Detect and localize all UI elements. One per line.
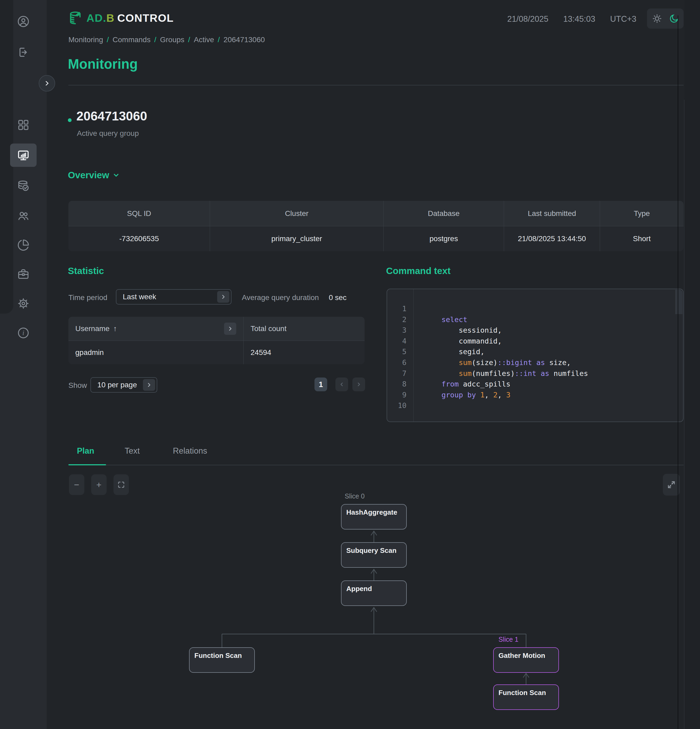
overview-label: Overview: [68, 170, 109, 180]
code-line-number: 10: [387, 400, 413, 411]
fit-view-button[interactable]: [113, 474, 129, 495]
overview-value-cell: postgres: [384, 226, 504, 251]
code-line: select: [424, 314, 588, 325]
code-scrollbar[interactable]: [675, 290, 683, 314]
header-datetime: 21/08/2025 13:45:03 UTC+3: [507, 15, 636, 24]
code-line-number: 4: [387, 336, 413, 347]
pie-chart-icon[interactable]: [17, 239, 29, 251]
avg-duration-label: Average query duration: [242, 293, 319, 302]
plan-node-append[interactable]: Append: [341, 581, 407, 606]
tab-plan[interactable]: Plan: [77, 446, 94, 456]
breadcrumb-item[interactable]: 2064713060: [223, 36, 265, 44]
info-icon[interactable]: i: [17, 327, 29, 339]
user-account-icon[interactable]: [17, 15, 29, 28]
code-line: group by 1, 2, 3: [424, 390, 588, 401]
overview-table-row: -732606535primary_clusterpostgres21/08/2…: [68, 226, 684, 251]
right-margin: [684, 0, 700, 729]
overview-column-header: Database: [384, 201, 504, 226]
sidebar-expand-button[interactable]: [39, 75, 55, 91]
breadcrumb-separator: /: [188, 36, 190, 44]
overview-value-cell: -732606535: [68, 226, 210, 251]
code-line-number: 2: [387, 314, 413, 325]
active-tab-underline: [68, 464, 106, 465]
monitoring-icon[interactable]: [17, 150, 29, 161]
sql-code-editor[interactable]: 12345678910 select sessionid, commandid,…: [387, 289, 684, 422]
code-line: segid,: [424, 346, 588, 357]
code-line: sessionid,: [424, 325, 588, 336]
overview-value-cell: 21/08/2025 13:44:50: [504, 226, 600, 251]
statistic-table: Username ↑ Total count gpadmin 24594: [68, 317, 365, 364]
settings-gear-icon[interactable]: [17, 298, 29, 309]
overview-value-cell: primary_cluster: [210, 226, 384, 251]
fit-frame-icon: [117, 481, 125, 489]
chevron-right-icon: [356, 382, 362, 387]
breadcrumb-item[interactable]: Groups: [160, 36, 184, 44]
next-page-button[interactable]: [352, 378, 365, 391]
tab-text[interactable]: Text: [125, 446, 140, 456]
slice-1-label: Slice 1: [499, 636, 518, 643]
total-count-cell: 24594: [243, 348, 271, 357]
breadcrumb-separator: /: [218, 36, 220, 44]
username-cell: gpadmin: [75, 348, 104, 357]
page-number-button[interactable]: 1: [314, 378, 327, 391]
code-line-number: 5: [387, 346, 413, 357]
svg-text:i: i: [23, 329, 25, 336]
username-filter-button[interactable]: [224, 322, 236, 335]
logout-icon[interactable]: [17, 46, 29, 58]
light-theme-sun-icon[interactable]: [652, 13, 662, 24]
page-size-open-button[interactable]: [143, 379, 155, 391]
code-line-number: 7: [387, 368, 413, 379]
group-subtitle: Active query group: [77, 129, 139, 138]
chevron-left-icon: [339, 382, 345, 387]
tab-relations[interactable]: Relations: [173, 446, 207, 456]
code-content: select sessionid, commandid, segid, sum(…: [414, 289, 588, 421]
dashboard-grid-icon[interactable]: [17, 119, 29, 131]
breadcrumb: Monitoring/Commands/Groups/Active/206471…: [68, 36, 265, 44]
statistic-table-row[interactable]: gpadmin 24594: [68, 341, 365, 364]
code-line: [424, 304, 588, 314]
overview-section-toggle[interactable]: Overview: [68, 170, 120, 180]
header-date: 21/08/2025: [507, 15, 548, 24]
time-period-open-button[interactable]: [217, 291, 229, 303]
overview-column-header: Type: [600, 201, 684, 226]
overview-column-header: Last submitted: [504, 201, 600, 226]
statistic-heading: Statistic: [68, 266, 104, 276]
database-history-icon[interactable]: [17, 180, 29, 192]
time-period-value: Last week: [116, 293, 217, 301]
overview-column-header: Cluster: [210, 201, 384, 226]
fullscreen-button[interactable]: [663, 474, 680, 495]
chevron-right-icon: [146, 382, 152, 388]
username-column-header[interactable]: Username ↑: [68, 317, 243, 341]
breadcrumb-separator: /: [107, 36, 109, 44]
logo-text: AD.BCONTROL: [87, 12, 174, 25]
breadcrumb-item[interactable]: Active: [194, 36, 214, 44]
command-text-heading: Command text: [386, 266, 451, 276]
breadcrumb-item[interactable]: Commands: [113, 36, 151, 44]
avg-duration-value: 0 sec: [329, 293, 346, 302]
briefcase-icon[interactable]: [17, 268, 29, 280]
zoom-in-button[interactable]: +: [91, 474, 107, 495]
zoom-out-button[interactable]: −: [69, 474, 84, 495]
vertical-scroll-line: [678, 15, 678, 729]
page-size-value: 10 per page: [91, 381, 143, 389]
header-time: 13:45:03: [563, 15, 595, 24]
plan-node-function-scan-left[interactable]: Function Scan: [189, 647, 255, 673]
previous-page-button[interactable]: [335, 378, 348, 391]
sort-ascending-arrow: ↑: [113, 324, 117, 333]
code-line: sum(size)::bigint as size,: [424, 357, 588, 368]
breadcrumb-separator: /: [154, 36, 157, 44]
plan-node-gather-motion[interactable]: Gather Motion: [493, 647, 559, 673]
code-line-number: 8: [387, 379, 413, 390]
time-period-select[interactable]: Last week: [116, 289, 232, 305]
app-window: i AD.BCONTROL 21/08/2025 13:45:03 UTC+3 …: [0, 0, 700, 729]
breadcrumb-item[interactable]: Monitoring: [68, 36, 103, 44]
plan-node-subquery-scan[interactable]: Subquery Scan: [341, 542, 407, 568]
app-logo[interactable]: AD.BCONTROL: [68, 11, 174, 25]
page-size-select[interactable]: 10 per page: [90, 377, 157, 393]
users-icon[interactable]: [17, 210, 29, 222]
time-period-label: Time period: [68, 293, 107, 302]
code-line-number: 6: [387, 357, 413, 368]
plan-node-function-scan-bottom[interactable]: Function Scan: [493, 684, 559, 710]
plan-node-hashaggregate[interactable]: HashAggregate: [341, 504, 407, 530]
chevron-right-icon: [220, 294, 226, 300]
